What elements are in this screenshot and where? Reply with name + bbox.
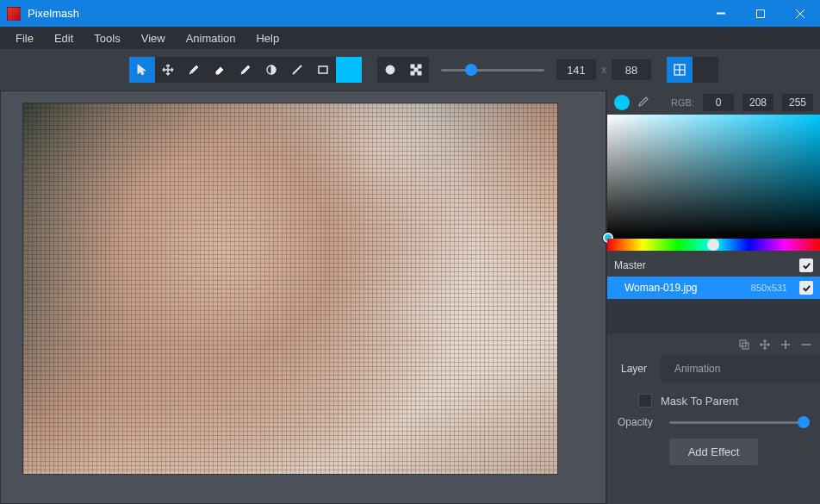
tool-fill[interactable] <box>258 57 284 83</box>
layers-panel: Master Woman-019.jpg 850x531 <box>607 254 820 333</box>
add-effect-button[interactable]: Add Effect <box>669 439 759 465</box>
svg-point-16 <box>764 340 766 342</box>
foreground-color-swatch[interactable] <box>336 57 362 83</box>
brush-size-slider[interactable] <box>441 57 544 83</box>
svg-point-15 <box>767 344 769 345</box>
menu-animation[interactable]: Animation <box>176 29 246 47</box>
saturation-value-picker[interactable] <box>607 115 820 239</box>
rgb-label: RGB: <box>671 97 694 108</box>
tool-move[interactable] <box>155 57 181 83</box>
svg-rect-5 <box>411 65 414 68</box>
hue-slider[interactable] <box>607 239 820 251</box>
layer-center-icon[interactable] <box>755 335 775 354</box>
canvas-image[interactable] <box>23 103 557 474</box>
tool-brush[interactable] <box>181 57 207 83</box>
svg-point-14 <box>761 344 762 345</box>
menu-bar: File Edit Tools View Animation Help <box>0 27 820 49</box>
layer-options: Mask To Parent Opacity Add Effect <box>607 382 820 465</box>
window-close-button[interactable] <box>780 0 820 27</box>
layer-master-row[interactable]: Master <box>607 254 820 277</box>
shape-dither[interactable] <box>403 57 429 83</box>
layer-add-button[interactable] <box>775 335 796 354</box>
rgb-g-input[interactable]: 208 <box>742 94 773 111</box>
dimension-x-label: x <box>596 64 612 76</box>
layers-empty-area <box>607 299 820 333</box>
layer-duplicate-icon[interactable] <box>734 335 755 354</box>
hue-thumb-icon[interactable] <box>707 239 719 251</box>
opacity-row: Opacity <box>618 416 810 428</box>
opacity-label: Opacity <box>618 416 662 428</box>
layer-remove-button[interactable] <box>796 335 817 354</box>
window-maximize-button[interactable] <box>741 0 780 27</box>
layer-visibility-checkbox[interactable] <box>799 281 813 295</box>
svg-rect-1 <box>757 9 765 17</box>
layer-toolbar <box>607 333 820 356</box>
canvas-height-input[interactable]: 88 <box>612 59 651 80</box>
svg-rect-8 <box>411 72 414 75</box>
svg-point-4 <box>386 65 394 74</box>
rgb-b-input[interactable]: 255 <box>782 94 813 111</box>
svg-rect-3 <box>319 66 327 73</box>
add-effect-row: Add Effect <box>618 439 810 465</box>
opacity-slider[interactable] <box>669 416 810 428</box>
app-title: Pixelmash <box>28 7 701 20</box>
toolbar: 141 x 88 <box>0 49 820 90</box>
canvas-width-input[interactable]: 141 <box>556 59 596 80</box>
menu-tools[interactable]: Tools <box>84 29 130 47</box>
canvas-area[interactable] <box>0 90 606 504</box>
menu-view[interactable]: View <box>131 29 176 47</box>
eyedropper-icon[interactable] <box>635 95 650 110</box>
svg-rect-9 <box>418 72 421 75</box>
app-icon <box>7 7 21 21</box>
tool-pencil[interactable] <box>233 57 258 83</box>
tab-layer[interactable]: Layer <box>607 356 661 382</box>
main-row: RGB: 0 208 255 Master Woman-019.jpg 850x… <box>0 90 820 504</box>
tab-animation[interactable]: Animation <box>661 356 734 382</box>
grid-alt-button[interactable] <box>693 57 718 83</box>
tool-rectangle[interactable] <box>310 57 336 83</box>
layer-dims: 850x531 <box>751 283 787 293</box>
rgb-r-input[interactable]: 0 <box>703 94 734 111</box>
shape-circle[interactable] <box>377 57 403 83</box>
mask-to-parent-label: Mask To Parent <box>661 395 738 408</box>
menu-edit[interactable]: Edit <box>44 29 84 47</box>
layer-row-selected[interactable]: Woman-019.jpg 850x531 <box>607 277 820 299</box>
title-bar: Pixelmash <box>0 0 820 27</box>
mask-to-parent-row: Mask To Parent <box>638 394 810 408</box>
svg-point-17 <box>764 347 766 349</box>
svg-rect-7 <box>414 68 418 72</box>
mask-to-parent-checkbox[interactable] <box>638 394 652 408</box>
layer-master-visibility-checkbox[interactable] <box>799 258 813 272</box>
current-color-swatch[interactable] <box>614 95 630 110</box>
tool-eraser[interactable] <box>207 57 233 83</box>
layer-master-label: Master <box>614 259 646 271</box>
property-tabs: Layer Animation <box>607 356 820 382</box>
layer-name: Woman-019.jpg <box>624 282 698 294</box>
window-minimize-button[interactable] <box>701 0 741 27</box>
tool-line[interactable] <box>284 57 310 83</box>
menu-help[interactable]: Help <box>245 29 289 47</box>
right-panel: RGB: 0 208 255 Master Woman-019.jpg 850x… <box>606 90 820 504</box>
menu-file[interactable]: File <box>5 29 44 47</box>
grid-toggle-button[interactable] <box>667 57 693 83</box>
svg-rect-6 <box>418 65 421 68</box>
svg-rect-0 <box>717 13 725 14</box>
svg-point-13 <box>764 344 766 345</box>
tool-pointer[interactable] <box>129 57 155 83</box>
color-header: RGB: 0 208 255 <box>607 90 820 115</box>
